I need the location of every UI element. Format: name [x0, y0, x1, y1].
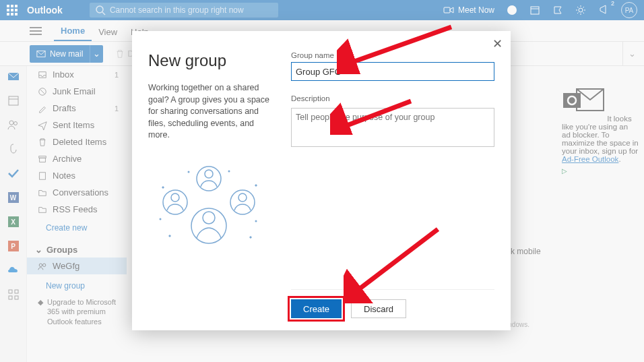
svg-point-34: [205, 170, 213, 178]
svg-point-35: [160, 218, 162, 220]
create-button[interactable]: Create: [291, 299, 342, 318]
svg-point-28: [203, 212, 215, 224]
svg-point-32: [238, 193, 247, 202]
svg-point-27: [191, 208, 226, 243]
dialog-close-button[interactable]: ✕: [492, 36, 503, 51]
dialog-title: New group: [148, 51, 275, 70]
group-illustration: [148, 162, 269, 249]
group-name-input[interactable]: [291, 62, 494, 81]
discard-button[interactable]: Discard: [351, 299, 406, 318]
svg-point-37: [188, 171, 190, 173]
svg-point-38: [228, 170, 230, 172]
description-input[interactable]: [291, 108, 494, 147]
svg-point-30: [171, 193, 179, 202]
new-group-dialog: New group Working together on a shared g…: [132, 31, 511, 330]
group-name-label: Group name: [291, 51, 494, 59]
dialog-intro: Working together on a shared goal? A gro…: [148, 82, 275, 142]
svg-point-36: [255, 220, 257, 222]
description-label: Description: [291, 94, 494, 102]
